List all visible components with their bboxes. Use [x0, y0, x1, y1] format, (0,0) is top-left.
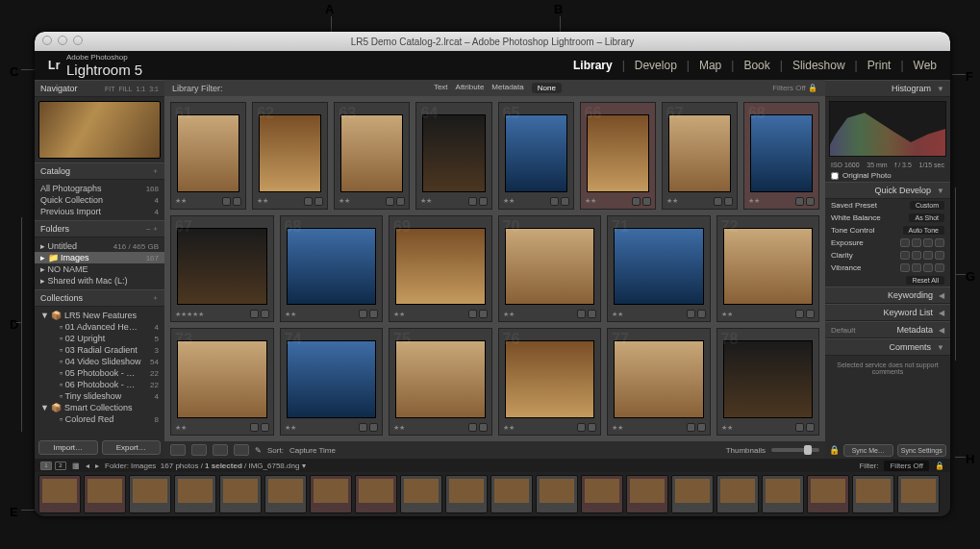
decrease-large-button[interactable]	[900, 251, 910, 260]
thumbnail-badge[interactable]	[697, 310, 706, 318]
sort-value[interactable]: Capture Time	[289, 446, 336, 455]
decrease-large-button[interactable]	[900, 263, 910, 272]
thumbnail-badge[interactable]	[806, 310, 815, 318]
catalog-item[interactable]: Previous Import4	[40, 206, 159, 217]
decrease-button[interactable]	[912, 238, 921, 247]
thumbnail-badge[interactable]	[795, 423, 804, 432]
metadata-header[interactable]: DefaultMetadata◀	[825, 321, 950, 338]
filmstrip-thumbnail[interactable]: ·····	[536, 475, 578, 513]
grid-cell[interactable]: 71★★	[607, 215, 711, 323]
grid-cell[interactable]: 70★★	[498, 215, 602, 323]
thumbnail-badge[interactable]	[261, 310, 269, 318]
thumbnail-badge[interactable]	[468, 310, 477, 318]
filmstrip-thumbnail[interactable]: ·····	[852, 475, 894, 513]
collection-item[interactable]: ▫ 03 Radial Gradient3	[40, 344, 159, 356]
collection-item[interactable]: ▫ 06 Photobook - …22	[40, 379, 159, 390]
grid-cell[interactable]: 76★★	[498, 328, 602, 436]
grid-cell[interactable]: 61★★	[170, 102, 246, 210]
monitor-1-button[interactable]: 1	[40, 462, 52, 470]
filter-tab-metadata[interactable]: Metadata	[491, 83, 523, 93]
filmstrip-thumbnail[interactable]: ·····	[355, 475, 397, 513]
filmstrip-thumbnail[interactable]: ·····	[671, 475, 714, 513]
filter-tab-attribute[interactable]: Attribute	[456, 83, 485, 93]
plus-icon[interactable]: ＋	[152, 166, 159, 176]
filmstrip-thumbnail[interactable]: ·····	[581, 475, 623, 513]
export-button[interactable]: Export…	[102, 440, 162, 455]
filmstrip-thumbnail[interactable]: ·····	[897, 475, 940, 513]
titlebar[interactable]: LR5 Demo Catalog-2.lrcat – Adobe Photosh…	[35, 32, 950, 51]
thumbnail-badge[interactable]	[550, 197, 559, 206]
filmstrip-thumbnail[interactable]: ·····	[264, 475, 307, 513]
filmstrip-thumbnail[interactable]: ·····	[219, 475, 262, 513]
thumbnail-badge[interactable]	[250, 423, 259, 432]
catalog-header[interactable]: Catalog ＋	[35, 162, 164, 180]
thumbnail-badge[interactable]	[250, 310, 259, 318]
increase-large-button[interactable]	[935, 251, 944, 260]
thumbnail-badge[interactable]	[304, 197, 313, 206]
traffic-lights[interactable]	[42, 36, 83, 45]
increase-large-button[interactable]	[935, 263, 944, 272]
thumbnail-size-slider[interactable]	[771, 448, 819, 452]
original-photo-checkbox[interactable]: Original Photo	[831, 171, 892, 180]
thumbnail-badge[interactable]	[479, 310, 488, 318]
increase-button[interactable]	[923, 263, 933, 272]
grid-cell[interactable]: 66★★	[580, 102, 656, 210]
painter-icon[interactable]: ✎	[255, 446, 262, 455]
reset-all-button[interactable]: Reset All	[906, 276, 944, 285]
filmstrip-thumbnail[interactable]: ·····	[174, 475, 216, 513]
filmstrip-thumbnail[interactable]: ·····	[490, 475, 533, 513]
filter-status[interactable]: Filters Off 🔒	[772, 84, 817, 92]
keywording-header[interactable]: Keywording◀	[825, 287, 950, 304]
filter-lock-icon[interactable]: 🔒	[935, 462, 944, 470]
navigator-preview[interactable]	[38, 101, 161, 159]
thumbnail-badge[interactable]	[724, 197, 733, 206]
module-develop[interactable]: Develop	[635, 59, 677, 72]
thumbnail-badge[interactable]	[386, 197, 394, 206]
thumbnail-badge[interactable]	[588, 310, 596, 318]
grid-cell[interactable]: 78★★	[716, 328, 820, 436]
identity-plate[interactable]: Lr Adobe Photoshop Lightroom 5	[48, 53, 142, 78]
filmstrip-thumbnail[interactable]: ·····	[626, 475, 668, 513]
grid-view[interactable]: 61★★62★★63★★64★★65★★66★★67★★68★★67★★★★★6…	[164, 96, 825, 441]
thumbnail-badge[interactable]	[369, 310, 378, 318]
filmstrip-thumbnail[interactable]: ·····	[84, 475, 126, 513]
volume-row[interactable]: ▸ Untitled416 / 465 GB	[40, 240, 159, 252]
thumbnail-badge[interactable]	[468, 197, 477, 206]
folders-header[interactable]: Folders – ＋	[35, 220, 164, 237]
sync-settings-button[interactable]: Sync Settings	[897, 444, 947, 457]
collection-item[interactable]: ▫ 02 Upright5	[40, 333, 159, 344]
grid-cell[interactable]: 65★★	[498, 102, 574, 210]
module-print[interactable]: Print	[867, 59, 892, 72]
filmstrip-thumbnail[interactable]: ·····	[129, 475, 171, 513]
navigator-header[interactable]: Navigator FITFILL1:13:1	[35, 80, 164, 97]
thumbnail-badge[interactable]	[687, 423, 695, 432]
keyword-list-header[interactable]: Keyword List◀	[825, 304, 950, 321]
thumbnail-badge[interactable]	[561, 197, 569, 206]
import-button[interactable]: Import…	[38, 440, 98, 455]
collection-set[interactable]: ▼ 📦 LR5 New Features	[40, 310, 159, 321]
thumbnail-badge[interactable]	[632, 197, 641, 206]
grid-cell[interactable]: 63★★	[334, 102, 410, 210]
thumbnail-badge[interactable]	[806, 197, 815, 206]
grid-cell[interactable]: 68★★	[280, 215, 384, 323]
thumbnail-badge[interactable]	[261, 423, 269, 432]
histogram-graph[interactable]	[829, 101, 946, 157]
module-slideshow[interactable]: Slideshow	[792, 59, 845, 72]
library-filter-bar[interactable]: Library Filter: TextAttributeMetadataNon…	[164, 80, 825, 96]
grid-cell[interactable]: 72★★	[716, 215, 820, 323]
grid-cell[interactable]: 69★★	[389, 215, 492, 323]
thumbnail-badge[interactable]	[222, 197, 231, 206]
increase-button[interactable]	[923, 251, 933, 260]
filmstrip-thumbnail[interactable]: ·····	[38, 475, 81, 513]
filmstrip-thumbnail[interactable]: ·····	[762, 475, 804, 513]
volume-row[interactable]: ▸ Shared with Mac (L:)	[40, 275, 159, 287]
module-web[interactable]: Web	[914, 59, 937, 72]
histogram-header[interactable]: Histogram▼	[825, 80, 950, 97]
filter-tab-none[interactable]: None	[532, 83, 562, 93]
folder-item[interactable]: ▸ 📁 Images167	[35, 252, 164, 263]
collection-set[interactable]: ▼ 📦 Smart Collections	[40, 402, 159, 413]
monitor-2-button[interactable]: 2	[55, 462, 66, 470]
comments-header[interactable]: Comments▼	[825, 338, 950, 356]
collections-header[interactable]: Collections ＋	[35, 289, 164, 307]
filmstrip-thumbnail[interactable]: ·····	[716, 475, 759, 513]
